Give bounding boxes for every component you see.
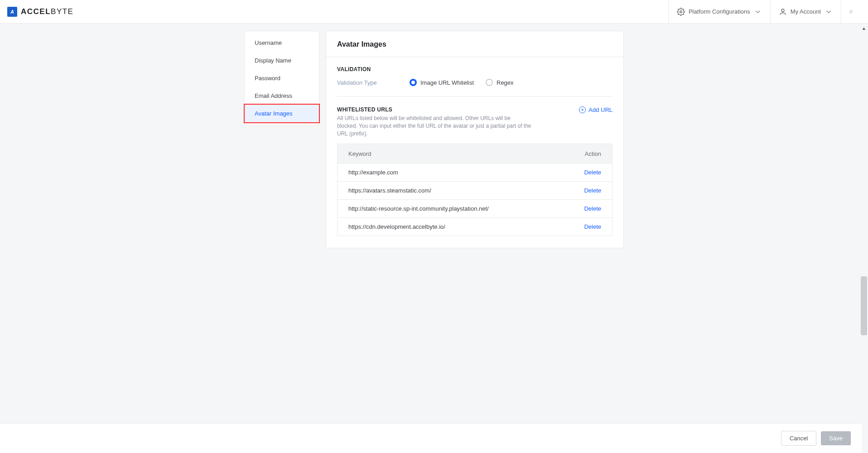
user-icon xyxy=(779,8,787,16)
add-url-label: Add URL xyxy=(588,106,612,113)
plus-icon: + xyxy=(579,106,586,113)
table-row: https://avatars.steamstatic.com/Delete xyxy=(338,181,612,199)
whitelist-keyword: https://avatars.steamstatic.com/ xyxy=(348,187,574,194)
sidebar-item-password[interactable]: Password xyxy=(245,69,319,87)
brand-name: ACCELBYTE xyxy=(21,7,73,16)
chevron-down-icon xyxy=(825,8,833,16)
settings-sidebar: UsernameDisplay NamePasswordEmail Addres… xyxy=(244,31,319,125)
delete-row-button[interactable]: Delete xyxy=(574,205,601,212)
platform-configurations-menu[interactable]: Platform Configurations xyxy=(668,0,770,24)
validation-type-radio-group: Image URL WhitelistRegex xyxy=(410,79,514,86)
sidebar-item-email-address[interactable]: Email Address xyxy=(245,87,319,105)
whitelist-keyword: http://example.com xyxy=(348,169,574,176)
sidebar-item-username[interactable]: Username xyxy=(245,34,319,52)
help-icon xyxy=(849,8,853,16)
validation-section-title: VALIDATION xyxy=(337,66,612,72)
scroll-up-arrow[interactable]: ▲ xyxy=(862,26,866,31)
sidebar-item-avatar-images[interactable]: Avatar Images xyxy=(244,104,320,123)
whitelist-keyword: http://static-resource.sp-int.community.… xyxy=(348,205,574,212)
table-row: https://cdn.development.accelbyte.io/Del… xyxy=(338,217,612,236)
save-button[interactable]: Save xyxy=(821,431,851,445)
my-account-label: My Account xyxy=(791,8,821,15)
delete-row-button[interactable]: Delete xyxy=(574,187,601,194)
radio-dot-icon xyxy=(486,79,493,86)
svg-point-1 xyxy=(781,9,784,12)
whitelist-section-title: WHITELISTED URLS xyxy=(337,106,532,113)
sidebar-item-display-name[interactable]: Display Name xyxy=(245,52,319,69)
table-header-row: Keyword Action xyxy=(338,144,612,163)
table-row: http://example.comDelete xyxy=(338,163,612,181)
top-header: A ACCELBYTE Platform Configurations My A… xyxy=(0,0,868,24)
delete-row-button[interactable]: Delete xyxy=(574,223,601,230)
whitelist-table: Keyword Action http://example.comDeleteh… xyxy=(337,144,612,236)
radio-dot-icon xyxy=(410,79,417,86)
panel-title: Avatar Images xyxy=(326,31,623,57)
validation-type-label: Validation Type xyxy=(337,79,387,86)
radio-label: Image URL Whitelist xyxy=(420,79,474,86)
chevron-down-icon xyxy=(754,8,762,16)
logo-badge-icon: A xyxy=(7,7,17,17)
help-button[interactable] xyxy=(841,0,861,24)
whitelist-keyword: https://cdn.development.accelbyte.io/ xyxy=(348,223,574,230)
radio-label: Regex xyxy=(497,79,514,86)
avatar-images-panel: Avatar Images VALIDATION Validation Type… xyxy=(326,31,624,248)
cancel-button[interactable]: Cancel xyxy=(781,431,816,446)
radio-image-url-whitelist[interactable]: Image URL Whitelist xyxy=(410,79,474,86)
gear-icon xyxy=(677,8,685,16)
delete-row-button[interactable]: Delete xyxy=(574,169,601,176)
action-column-header: Action xyxy=(574,150,601,157)
footer-actions: Cancel Save xyxy=(0,423,862,453)
table-row: http://static-resource.sp-int.community.… xyxy=(338,199,612,217)
add-url-button[interactable]: + Add URL xyxy=(579,106,612,113)
platform-config-label: Platform Configurations xyxy=(689,8,750,15)
brand-logo[interactable]: A ACCELBYTE xyxy=(7,7,73,17)
keyword-column-header: Keyword xyxy=(348,150,574,157)
whitelist-description: All URLs listed below will be whiteliste… xyxy=(337,115,532,137)
scrollbar-thumb[interactable] xyxy=(861,276,867,335)
svg-point-0 xyxy=(680,10,682,13)
my-account-menu[interactable]: My Account xyxy=(770,0,841,24)
radio-regex[interactable]: Regex xyxy=(486,79,514,86)
